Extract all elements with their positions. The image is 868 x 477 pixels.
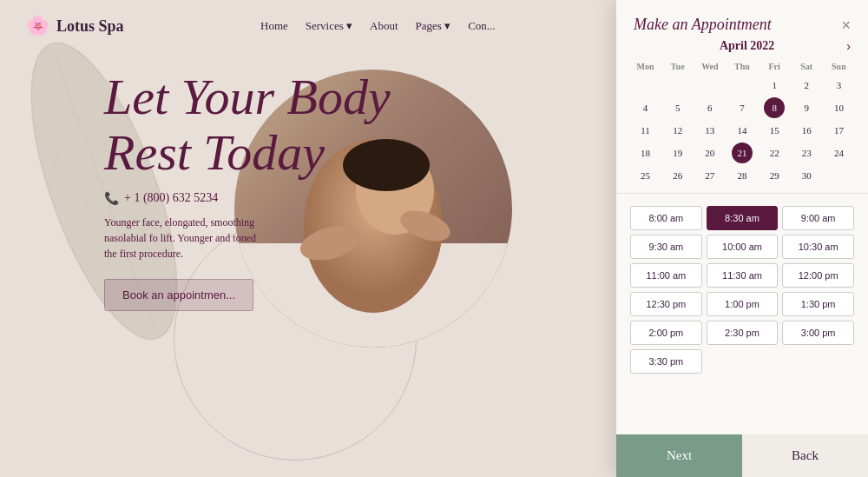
divider [616, 193, 868, 194]
logo-text: Lotus Spa [56, 17, 124, 36]
back-button[interactable]: Back [742, 434, 868, 477]
calendar-day[interactable]: 12 [667, 120, 688, 141]
dow-sat: Sat [792, 60, 822, 75]
timeslots-container: 8:00 am8:30 am9:00 am9:30 am10:00 am10:3… [616, 201, 868, 434]
calendar-day[interactable]: 18 [635, 142, 656, 163]
dow-sun: Sun [824, 60, 854, 75]
hero-section: Let Your Body Rest Today 📞 + 1 (800) 632… [104, 70, 391, 311]
dow-wed: Wed [694, 60, 725, 75]
calendar-day[interactable]: 16 [796, 120, 817, 141]
timeslot-button[interactable]: 2:00 pm [630, 321, 702, 345]
next-button[interactable]: Next [616, 434, 742, 477]
calendar-days: 1234567891011121314151617181920212223242… [630, 75, 854, 186]
timeslot-grid: 8:00 am8:30 am9:00 am9:30 am10:00 am10:3… [630, 206, 854, 374]
timeslot-button[interactable]: 1:00 pm [707, 292, 779, 316]
calendar-day[interactable]: 24 [828, 142, 849, 163]
timeslot-button[interactable]: 3:30 pm [630, 349, 702, 374]
nav-home[interactable]: Home [260, 19, 288, 33]
hero-phone: 📞 + 1 (800) 632 5234 [104, 191, 391, 206]
dow-fri: Fri [760, 60, 790, 75]
calendar-day[interactable]: 2 [796, 75, 817, 96]
dow-tue: Tue [662, 60, 693, 75]
calendar-day[interactable]: 6 [700, 97, 720, 118]
calendar-day[interactable]: 25 [635, 165, 656, 186]
calendar-day[interactable]: 5 [667, 97, 688, 118]
nav-services[interactable]: Services ▾ [306, 19, 352, 33]
calendar-day[interactable]: 30 [796, 165, 817, 186]
nav-pages[interactable]: Pages ▾ [416, 19, 451, 33]
calendar-day[interactable]: 8 [764, 97, 785, 118]
dow-thu: Thu [727, 60, 757, 75]
calendar-day[interactable]: 21 [732, 142, 753, 163]
calendar-month-year: April 2022 [720, 39, 774, 53]
calendar-day[interactable]: 10 [828, 97, 849, 118]
calendar-day[interactable]: 13 [700, 120, 720, 141]
panel-header: Make an Appointment × [616, 0, 868, 39]
timeslot-button[interactable]: 1:30 pm [782, 292, 854, 316]
timeslot-button[interactable]: 12:30 pm [630, 292, 702, 316]
calendar-grid: Mon Tue Wed Thu Fri Sat Sun [630, 60, 854, 75]
nav-contact[interactable]: Con... [468, 19, 495, 33]
logo-icon: 🌸 [26, 15, 49, 37]
calendar-day[interactable]: 9 [796, 97, 817, 118]
calendar-day [732, 75, 753, 96]
hero-description: Younger face, elongated, smoothing nasol… [104, 215, 260, 262]
timeslot-button[interactable]: 9:30 am [630, 235, 702, 259]
hero-title: Let Your Body Rest Today [104, 70, 391, 181]
calendar-day[interactable]: 19 [667, 142, 688, 163]
calendar-day [700, 75, 720, 96]
timeslot-button[interactable]: 9:00 am [782, 206, 854, 230]
calendar-day[interactable]: 14 [732, 120, 753, 141]
calendar-day[interactable]: 22 [764, 142, 785, 163]
timeslot-button[interactable]: 12:00 pm [782, 263, 854, 288]
calendar-day[interactable]: 28 [732, 165, 753, 186]
calendar-day[interactable]: 23 [796, 142, 817, 163]
calendar-day[interactable]: 27 [700, 165, 720, 186]
calendar-day[interactable]: 29 [764, 165, 785, 186]
calendar-day[interactable]: 26 [667, 165, 688, 186]
appointment-panel: Make an Appointment × April 2022 › Mon T… [616, 0, 868, 477]
panel-title: Make an Appointment [634, 16, 772, 34]
book-appointment-button[interactable]: Book an appointmen... [104, 279, 253, 311]
timeslot-button[interactable]: 10:00 am [707, 235, 779, 259]
calendar-day [828, 165, 849, 186]
calendar-day[interactable]: 3 [828, 75, 849, 96]
calendar-next-arrow[interactable]: › [846, 39, 851, 53]
calendar-nav: April 2022 › [630, 39, 854, 53]
timeslot-button[interactable]: 8:30 am [707, 206, 779, 230]
calendar-day[interactable]: 15 [764, 120, 785, 141]
logo: 🌸 Lotus Spa [26, 15, 124, 37]
phone-icon: 📞 [104, 191, 119, 206]
timeslot-button[interactable]: 10:30 am [782, 235, 854, 259]
timeslot-button[interactable]: 8:00 am [630, 206, 702, 230]
calendar-day[interactable]: 17 [828, 120, 849, 141]
calendar-day[interactable]: 20 [700, 142, 720, 163]
calendar-day [635, 75, 656, 96]
navbar: 🌸 Lotus Spa [0, 0, 252, 52]
calendar-day [667, 75, 688, 96]
panel-footer: Next Back [616, 434, 868, 477]
calendar-day[interactable]: 1 [764, 75, 785, 96]
timeslot-button[interactable]: 11:00 am [630, 263, 702, 288]
calendar-day[interactable]: 4 [635, 97, 656, 118]
calendar-day[interactable]: 11 [635, 120, 656, 141]
close-button[interactable]: × [841, 17, 851, 33]
dow-mon: Mon [630, 60, 661, 75]
timeslot-button[interactable]: 2:30 pm [707, 321, 779, 345]
timeslot-button[interactable]: 3:00 pm [782, 321, 854, 345]
timeslot-button[interactable]: 11:30 am [707, 263, 779, 288]
calendar: April 2022 › Mon Tue Wed Thu Fri Sat Sun… [616, 39, 868, 186]
calendar-day[interactable]: 7 [732, 97, 753, 118]
nav-about[interactable]: About [370, 19, 398, 33]
